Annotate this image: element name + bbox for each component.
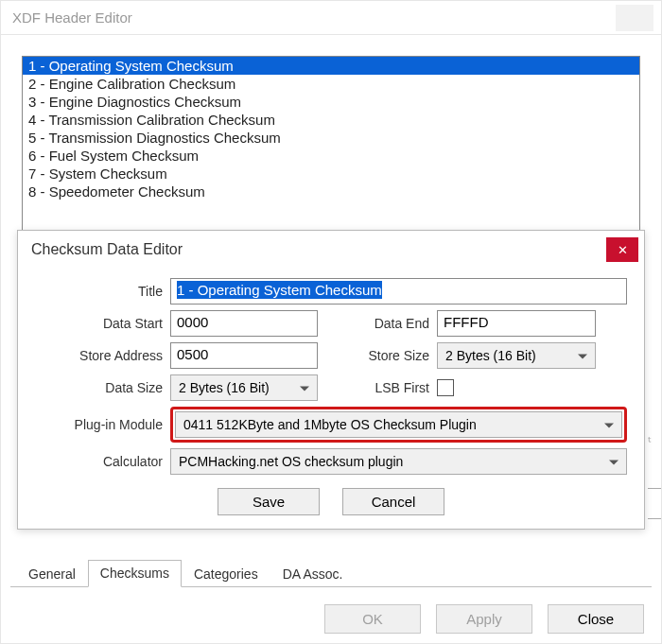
dialog-close-button[interactable]: ✕	[606, 237, 638, 262]
list-item[interactable]: 2 - Engine Calibration Checksum	[23, 75, 639, 93]
apply-button[interactable]: Apply	[436, 604, 532, 634]
plugin-highlight: 0411 512KByte and 1Mbyte OS Checksum Plu…	[170, 407, 627, 443]
close-button[interactable]: Close	[548, 604, 644, 634]
label-calculator: Calculator	[35, 454, 163, 469]
data-start-field[interactable]: 0000	[170, 310, 318, 337]
list-item[interactable]: 6 - Fuel System Checksum	[23, 147, 639, 165]
tabstrip: General Checksums Categories DA Assoc.	[10, 559, 652, 587]
data-size-select[interactable]: 2 Bytes (16 Bit)	[170, 374, 318, 401]
checksum-data-editor-dialog: Checksum Data Editor ✕ Title 1 - Operati…	[17, 230, 645, 530]
cancel-button[interactable]: Cancel	[342, 488, 444, 515]
save-button[interactable]: Save	[218, 488, 320, 515]
tab-checksums[interactable]: Checksums	[88, 560, 182, 587]
checksum-list[interactable]: 1 - Operating System Checksum 2 - Engine…	[22, 56, 640, 235]
plugin-module-select[interactable]: 0411 512KByte and 1Mbyte OS Checksum Plu…	[175, 411, 622, 438]
label-store-size: Store Size	[342, 348, 429, 363]
label-lsb-first: LSB First	[342, 380, 429, 395]
label-title: Title	[35, 284, 163, 299]
tab-da-assoc[interactable]: DA Assoc.	[270, 561, 356, 587]
data-end-field[interactable]: FFFFD	[437, 310, 596, 337]
dialog-title: Checksum Data Editor	[31, 241, 183, 258]
store-size-select[interactable]: 2 Bytes (16 Bit)	[437, 342, 596, 369]
tab-general[interactable]: General	[16, 561, 88, 587]
obscured-text: ᵗ——	[648, 434, 661, 525]
store-address-field[interactable]: 0500	[170, 342, 318, 369]
ok-button[interactable]: OK	[324, 604, 421, 634]
list-item[interactable]: 5 - Transmission Diagnostics Checksum	[23, 129, 639, 147]
list-item[interactable]: 3 - Engine Diagnostics Checksum	[23, 93, 639, 111]
label-plugin-module: Plug-in Module	[35, 417, 163, 432]
title-field[interactable]: 1 - Operating System Checksum	[170, 278, 627, 305]
tab-categories[interactable]: Categories	[182, 561, 270, 587]
label-data-start: Data Start	[35, 316, 163, 331]
label-data-size: Data Size	[35, 380, 163, 395]
lsb-first-checkbox[interactable]	[437, 379, 454, 396]
list-item[interactable]: 7 - System Checksum	[23, 165, 639, 183]
list-item[interactable]: 4 - Transmission Calibration Checksum	[23, 111, 639, 129]
label-store-address: Store Address	[35, 348, 163, 363]
list-item[interactable]: 8 - Speedometer Checksum	[23, 183, 639, 200]
calculator-select[interactable]: PCMHacking.net OS checksum plugin	[170, 448, 627, 475]
window-title: XDF Header Editor	[12, 9, 132, 26]
label-data-end: Data End	[342, 316, 429, 331]
close-icon: ✕	[618, 243, 628, 257]
outer-close-icon[interactable]	[616, 5, 653, 31]
list-item[interactable]: 1 - Operating System Checksum	[23, 57, 639, 75]
